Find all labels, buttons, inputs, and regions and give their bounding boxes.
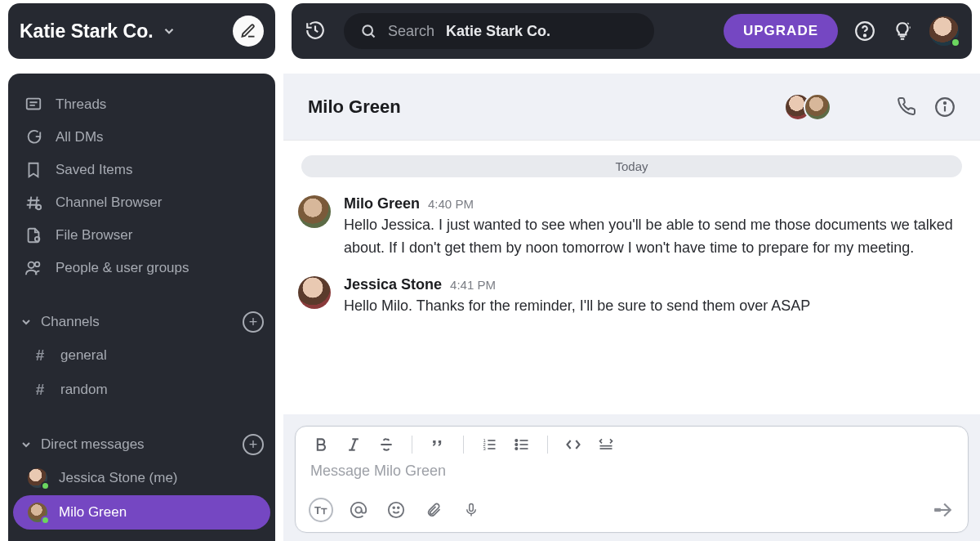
history-button[interactable] xyxy=(305,20,327,42)
avatar xyxy=(298,195,331,228)
avatar xyxy=(28,503,47,522)
svg-point-39 xyxy=(398,507,399,508)
add-channel-button[interactable]: + xyxy=(243,311,264,333)
dm-jessica[interactable]: Jessica Stone (me) xyxy=(8,461,275,495)
channels-header-label: Channels xyxy=(41,314,100,330)
presence-indicator xyxy=(41,481,50,490)
audio-button[interactable] xyxy=(459,498,483,522)
message-input[interactable] xyxy=(310,463,953,480)
dms-header[interactable]: Direct messages + xyxy=(8,428,275,461)
bookmark-icon xyxy=(24,161,42,179)
svg-point-32 xyxy=(515,444,518,446)
compose-button[interactable] xyxy=(233,16,264,47)
composer-actions: Tᴛ xyxy=(296,491,968,532)
channel-name: random xyxy=(60,382,108,398)
channel-name: general xyxy=(60,347,107,364)
conversation-title: Milo Green xyxy=(308,96,768,118)
attach-button[interactable] xyxy=(421,498,446,522)
info-button[interactable] xyxy=(934,96,956,118)
nav-all-dms[interactable]: All DMs xyxy=(8,121,275,154)
workspace-name: Katie Stark Co. xyxy=(20,20,154,42)
member-avatars[interactable] xyxy=(784,93,831,121)
user-avatar[interactable] xyxy=(929,16,959,46)
code-block-button[interactable] xyxy=(595,435,617,454)
nav-label: Threads xyxy=(56,96,106,113)
channels-header[interactable]: Channels + xyxy=(8,306,275,338)
svg-point-7 xyxy=(37,205,41,210)
search-icon xyxy=(360,23,376,39)
add-dm-button[interactable]: + xyxy=(243,434,264,455)
threads-icon xyxy=(24,96,42,114)
italic-button[interactable] xyxy=(343,435,364,454)
strike-button[interactable] xyxy=(376,435,397,454)
whats-new-button[interactable] xyxy=(892,20,913,42)
nav-saved[interactable]: Saved Items xyxy=(8,154,275,186)
bullet-list-button[interactable] xyxy=(511,435,532,454)
svg-text:3: 3 xyxy=(483,446,486,451)
message-author: Milo Green xyxy=(344,195,420,212)
nav-channel-browser[interactable]: Channel Browser xyxy=(8,186,275,219)
avatar xyxy=(298,276,331,309)
text-format-toggle[interactable]: Tᴛ xyxy=(309,498,333,522)
svg-point-38 xyxy=(393,507,394,508)
message: Jessica Stone 4:41 PM Hello Milo. Thanks… xyxy=(293,268,970,326)
svg-point-17 xyxy=(944,102,946,104)
svg-rect-40 xyxy=(470,504,474,512)
avatar xyxy=(804,93,831,121)
nav-people[interactable]: People & user groups xyxy=(8,252,275,284)
nav-threads[interactable]: Threads xyxy=(8,88,275,121)
code-button[interactable] xyxy=(563,435,584,454)
nav-label: Channel Browser xyxy=(56,194,162,211)
file-browser-icon xyxy=(24,226,42,244)
quote-button[interactable] xyxy=(427,435,448,454)
search-scope: Katie Stark Co. xyxy=(446,23,550,40)
svg-line-3 xyxy=(29,197,31,209)
dm-name: Milo Green xyxy=(59,504,127,521)
dm-name: Jessica Stone (me) xyxy=(59,470,178,486)
upgrade-button[interactable]: UPGRADE xyxy=(724,14,838,48)
nav-file-browser[interactable]: File Browser xyxy=(8,219,275,252)
search-input[interactable]: Search Katie Stark Co. xyxy=(344,13,654,49)
bold-button[interactable] xyxy=(310,435,332,454)
message: Milo Green 4:40 PM Hello Jessica. I just… xyxy=(293,187,970,268)
message-list: Today Milo Green 4:40 PM Hello Jessica. … xyxy=(283,141,980,414)
upgrade-label: UPGRADE xyxy=(743,23,818,39)
date-divider: Today xyxy=(301,155,962,177)
presence-indicator xyxy=(41,516,50,525)
conversation-pane: Milo Green Today Milo Green 4:40 PM Hell… xyxy=(283,74,980,541)
svg-rect-0 xyxy=(27,99,41,110)
nav-label: File Browser xyxy=(56,227,132,244)
ordered-list-button[interactable]: 123 xyxy=(479,435,500,454)
svg-point-11 xyxy=(363,25,372,35)
mention-button[interactable] xyxy=(346,498,371,522)
chevron-down-icon xyxy=(162,24,176,38)
svg-point-36 xyxy=(355,507,361,512)
message-body: Hello Jessica. I just wanted to see when… xyxy=(344,214,965,260)
channel-browser-icon xyxy=(24,194,42,212)
dm-milo[interactable]: Milo Green xyxy=(13,495,270,530)
send-button[interactable] xyxy=(930,498,955,522)
hash-icon: # xyxy=(31,347,49,364)
svg-point-10 xyxy=(35,262,40,267)
svg-line-20 xyxy=(352,439,356,449)
svg-point-33 xyxy=(515,448,518,450)
svg-point-9 xyxy=(29,262,34,268)
chevron-down-icon xyxy=(20,315,33,329)
channel-random[interactable]: # random xyxy=(8,373,275,407)
message-author: Jessica Stone xyxy=(344,276,442,293)
workspace-header[interactable]: Katie Stark Co. xyxy=(8,3,275,59)
call-button[interactable] xyxy=(897,96,918,118)
search-static-text: Search xyxy=(388,23,434,40)
dms-header-label: Direct messages xyxy=(41,436,145,453)
emoji-button[interactable] xyxy=(384,498,408,522)
format-toolbar: 123 xyxy=(296,427,968,459)
conversation-header: Milo Green xyxy=(283,74,980,141)
help-button[interactable] xyxy=(854,20,875,42)
svg-point-31 xyxy=(515,440,518,442)
avatar xyxy=(28,468,47,488)
dms-icon xyxy=(24,128,42,146)
hash-icon: # xyxy=(31,381,49,399)
channel-general[interactable]: # general xyxy=(8,338,275,373)
nav-label: All DMs xyxy=(56,129,104,145)
svg-point-37 xyxy=(389,503,403,517)
